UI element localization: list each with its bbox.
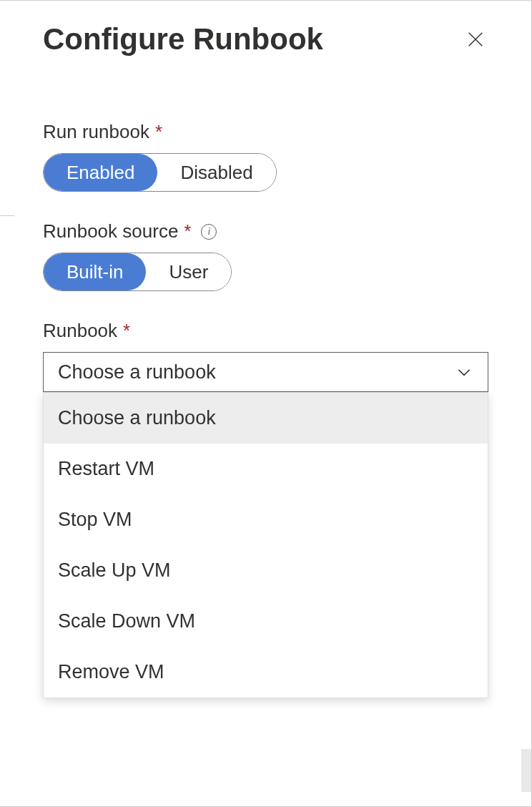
runbook-source-label-text: Runbook source bbox=[43, 220, 178, 243]
runbook-option-remove-vm[interactable]: Remove VM bbox=[44, 647, 488, 698]
runbook-option-restart-vm[interactable]: Restart VM bbox=[44, 444, 488, 494]
run-runbook-label-text: Run runbook bbox=[43, 121, 149, 143]
run-runbook-toggle: Enabled Disabled bbox=[43, 153, 277, 192]
panel-title: Configure Runbook bbox=[43, 22, 323, 57]
runbook-source-label: Runbook source * i bbox=[43, 220, 488, 243]
runbook-dropdown-selected: Choose a runbook bbox=[58, 361, 216, 383]
runbook-dropdown-container: Choose a runbook Choose a runbook Restar… bbox=[43, 352, 488, 392]
chevron-down-icon bbox=[455, 363, 473, 381]
run-runbook-label: Run runbook * bbox=[43, 121, 488, 143]
panel-header: Configure Runbook bbox=[43, 22, 488, 57]
runbook-source-field: Runbook source * i Built-in User bbox=[43, 220, 488, 291]
runbook-label-text: Runbook bbox=[43, 320, 117, 342]
runbook-option-scale-down-vm[interactable]: Scale Down VM bbox=[44, 596, 488, 647]
scrollbar-track[interactable] bbox=[521, 749, 531, 792]
required-indicator: * bbox=[155, 121, 162, 143]
runbook-dropdown-list: Choose a runbook Restart VM Stop VM Scal… bbox=[43, 392, 488, 698]
runbook-source-user-option[interactable]: User bbox=[146, 253, 231, 290]
required-indicator: * bbox=[184, 220, 191, 243]
edge-divider bbox=[0, 215, 14, 216]
runbook-label: Runbook * bbox=[43, 320, 488, 342]
runbook-dropdown[interactable]: Choose a runbook bbox=[43, 352, 488, 392]
runbook-source-builtin-option[interactable]: Built-in bbox=[44, 253, 146, 290]
runbook-source-toggle: Built-in User bbox=[43, 253, 232, 291]
runbook-option-placeholder[interactable]: Choose a runbook bbox=[44, 393, 488, 444]
required-indicator: * bbox=[123, 320, 130, 342]
run-runbook-disabled-option[interactable]: Disabled bbox=[157, 154, 275, 191]
runbook-option-stop-vm[interactable]: Stop VM bbox=[44, 494, 488, 545]
configure-runbook-panel: Configure Runbook Run runbook * Enabled … bbox=[0, 0, 532, 807]
close-button[interactable] bbox=[463, 26, 488, 52]
run-runbook-enabled-option[interactable]: Enabled bbox=[44, 154, 157, 191]
runbook-option-scale-up-vm[interactable]: Scale Up VM bbox=[44, 545, 488, 596]
close-icon bbox=[466, 29, 486, 49]
runbook-field: Runbook * Choose a runbook Choose a runb… bbox=[43, 320, 488, 392]
run-runbook-field: Run runbook * Enabled Disabled bbox=[43, 121, 488, 192]
info-icon[interactable]: i bbox=[201, 224, 217, 240]
